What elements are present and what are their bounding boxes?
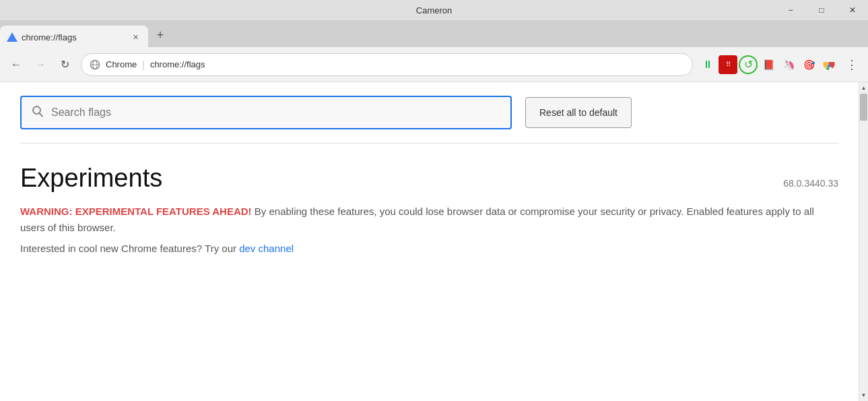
menu-button[interactable]: ⋮ xyxy=(841,54,863,75)
forward-button[interactable]: → xyxy=(30,54,51,75)
version-text: 68.0.3440.33 xyxy=(783,178,838,189)
refresh-button[interactable]: ↻ xyxy=(54,54,75,75)
extension-icons: ⏸ ⠿ ↺ 📕 🦄 🎯 xyxy=(698,55,838,74)
tab-favicon xyxy=(7,32,18,42)
search-box[interactable] xyxy=(20,96,512,129)
ext-icon-2[interactable]: ⠿ xyxy=(719,55,737,74)
address-favicon xyxy=(90,59,100,70)
search-flags-input[interactable] xyxy=(51,106,501,119)
scroll-track[interactable] xyxy=(859,94,868,390)
scroll-thumb[interactable] xyxy=(860,94,867,121)
warning-paragraph: WARNING: EXPERIMENTAL FEATURES AHEAD! By… xyxy=(20,204,838,236)
new-tab-button[interactable]: + xyxy=(151,26,170,44)
address-url: chrome://flags xyxy=(150,59,684,69)
page-main: Reset all to default Experiments 68.0.34… xyxy=(0,82,859,401)
site-name: Chrome xyxy=(106,59,137,69)
dev-channel-link[interactable]: dev channel xyxy=(239,243,294,254)
ext-icon-7[interactable] xyxy=(820,55,838,74)
tab-bar: chrome://flags ✕ + xyxy=(0,20,868,47)
title-bar: Cameron − □ ✕ xyxy=(0,0,868,20)
ext-icon-3[interactable]: ↺ xyxy=(739,55,758,74)
address-bar[interactable]: Chrome | chrome://flags xyxy=(81,53,693,76)
user-name: Cameron xyxy=(416,5,452,16)
title-bar-controls: − □ ✕ xyxy=(775,0,868,20)
maximize-button[interactable]: □ xyxy=(806,0,837,20)
scrollbar[interactable]: ▲ ▼ xyxy=(859,82,868,401)
experiments-header: Experiments 68.0.3440.33 xyxy=(20,164,838,193)
page-title: Experiments xyxy=(20,164,162,193)
tab-close-button[interactable]: ✕ xyxy=(129,31,141,43)
tab-title: chrome://flags xyxy=(22,32,125,42)
dev-channel-text: Interested in cool new Chrome features? … xyxy=(20,243,838,254)
minimize-button[interactable]: − xyxy=(775,0,806,20)
chrome-icon xyxy=(822,58,836,71)
active-tab[interactable]: chrome://flags ✕ xyxy=(0,26,148,49)
ext-icon-4[interactable]: 📕 xyxy=(759,55,778,74)
scroll-down-arrow[interactable]: ▼ xyxy=(859,390,869,401)
address-divider: | xyxy=(142,59,145,70)
search-icon xyxy=(31,104,44,121)
svg-line-5 xyxy=(40,113,43,117)
search-area: Reset all to default xyxy=(20,96,838,144)
globe-icon xyxy=(90,59,100,70)
scroll-up-arrow[interactable]: ▲ xyxy=(859,82,869,94)
warning-label: WARNING: EXPERIMENTAL FEATURES AHEAD! xyxy=(20,206,252,217)
back-button[interactable]: ← xyxy=(5,54,27,75)
close-button[interactable]: ✕ xyxy=(837,0,868,20)
ext-icon-1[interactable]: ⏸ xyxy=(698,55,717,74)
reset-all-button[interactable]: Reset all to default xyxy=(525,97,632,128)
chrome-triangle-icon xyxy=(7,32,18,42)
page-content: Reset all to default Experiments 68.0.34… xyxy=(0,82,868,401)
dev-text: Interested in cool new Chrome features? … xyxy=(20,243,239,254)
nav-bar: ← → ↻ Chrome | chrome://flags ⏸ ⠿ ↺ 📕 🦄 … xyxy=(0,47,868,82)
ext-icon-5[interactable]: 🦄 xyxy=(779,55,798,74)
ext-icon-6[interactable]: 🎯 xyxy=(799,55,818,74)
